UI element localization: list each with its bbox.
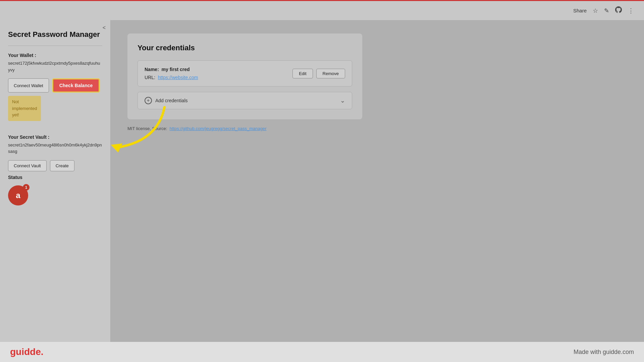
share-label[interactable]: Share <box>573 8 587 13</box>
wallet-btn-row: Connect Wallet Check Balance <box>8 78 102 93</box>
license-label: MIT license, Source: <box>127 126 167 131</box>
source-link[interactable]: https://github.com/jeugregg/secret_pass_… <box>170 126 267 131</box>
credential-name: Name: my first cred <box>145 67 292 72</box>
name-value: my first cred <box>162 67 190 72</box>
create-button[interactable]: Create <box>50 160 74 171</box>
sidebar-divider <box>8 46 102 46</box>
wallet-label: Your Wallet : <box>8 53 102 58</box>
main-layout: < Secret Password Manager Your Wallet : … <box>0 20 644 342</box>
credential-actions: Edit Remove <box>292 69 345 78</box>
guidde-logo: guidde. <box>10 347 44 357</box>
add-plus-icon: + <box>145 97 152 104</box>
status-label: Status <box>8 175 102 180</box>
connect-wallet-button[interactable]: Connect Wallet <box>8 78 49 93</box>
avatar: a 1 <box>8 185 28 205</box>
sidebar: < Secret Password Manager Your Wallet : … <box>0 20 111 342</box>
pencil-icon[interactable]: ✎ <box>604 7 609 14</box>
not-implemented-label: Notimplementedyet! <box>8 96 41 121</box>
add-credentials-row[interactable]: + Add credentials ⌄ <box>138 92 352 109</box>
remove-button[interactable]: Remove <box>316 69 345 78</box>
credential-item: Name: my first cred URL: https://website… <box>138 60 352 86</box>
add-credentials-label: Add credentials <box>155 98 188 103</box>
credentials-title: Your credentials <box>138 44 352 52</box>
connect-vault-button[interactable]: Connect Vault <box>8 160 47 171</box>
top-bar: Share ☆ ✎ ⋮ <box>0 0 644 20</box>
made-with-text: Made with guidde.com <box>574 349 634 356</box>
status-section: Status a 1 <box>8 175 102 205</box>
sidebar-title: Secret Password Manager <box>8 30 102 39</box>
wallet-section: Your Wallet : secret172j5kfvwkudzl2cpxtm… <box>8 53 102 73</box>
name-label: Name: <box>145 67 159 72</box>
check-balance-button[interactable]: Check Balance <box>52 78 100 93</box>
footer: guidde. Made with guidde.com <box>0 342 644 362</box>
star-icon[interactable]: ☆ <box>593 7 598 14</box>
license-text: MIT license, Source: https://github.com/… <box>127 126 627 131</box>
credential-url: URL: https://website.com <box>145 75 292 80</box>
main-content: Your credentials Name: my first cred URL… <box>111 20 644 342</box>
credentials-panel: Your credentials Name: my first cred URL… <box>127 34 362 119</box>
vault-section: Your Secret Vault : secret1n2faev50meug4… <box>8 134 102 155</box>
github-icon[interactable] <box>615 6 622 15</box>
add-credentials-left: + Add credentials <box>145 97 188 104</box>
vault-btn-row: Connect Vault Create <box>8 160 102 171</box>
more-icon[interactable]: ⋮ <box>628 7 634 14</box>
url-link[interactable]: https://website.com <box>158 75 198 80</box>
wallet-address: secret172j5kfvwkudzl2cpxtmdy5pxes8azqfuu… <box>8 60 102 73</box>
top-bar-actions: Share ☆ ✎ ⋮ <box>573 6 634 15</box>
vault-address: secret1n2faev50meug48l6sn0h0m6k4ykj2dn9p… <box>8 142 102 155</box>
url-label: URL: <box>145 75 155 80</box>
credential-info: Name: my first cred URL: https://website… <box>145 67 292 80</box>
sidebar-collapse-icon[interactable]: < <box>103 25 106 31</box>
edit-button[interactable]: Edit <box>292 69 313 78</box>
status-badge: 1 <box>23 184 30 191</box>
chevron-down-icon: ⌄ <box>340 97 345 104</box>
credential-row: Name: my first cred URL: https://website… <box>145 67 345 80</box>
vault-label: Your Secret Vault : <box>8 134 102 140</box>
